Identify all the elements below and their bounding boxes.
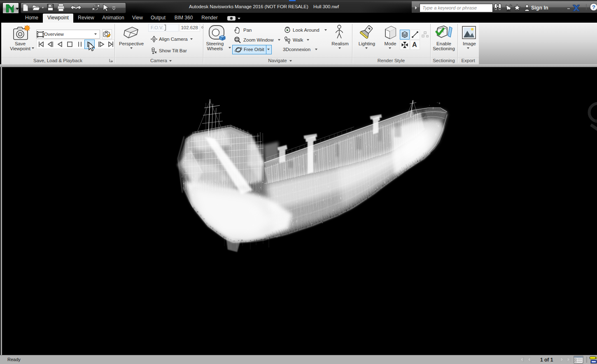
svg-text:Sign In: Sign In <box>531 5 548 11</box>
svg-text:?: ? <box>592 4 595 10</box>
svg-text:1 of 1: 1 of 1 <box>540 357 553 363</box>
